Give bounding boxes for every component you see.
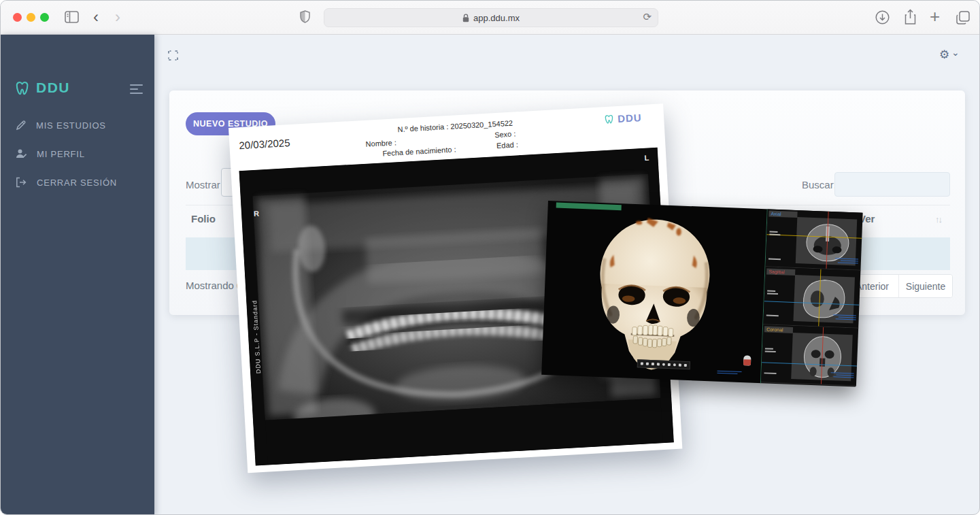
app-logo-text: DDU <box>36 80 70 96</box>
back-button[interactable]: ‹ <box>93 8 99 26</box>
showing-entries-text: Mostrando 0 <box>186 280 242 291</box>
app-logo[interactable]: DDU <box>14 80 70 96</box>
new-tab-button[interactable]: + <box>930 6 940 27</box>
sidebar-item-label: CERRAR SESIÓN <box>37 178 117 188</box>
browser-window: ‹ › app.ddu.mx ⟳ + <box>0 0 980 515</box>
sidebar-item-cerrar-sesion[interactable]: CERRAR SESIÓN <box>1 169 154 196</box>
reload-button[interactable]: ⟳ <box>643 11 652 23</box>
report-age-label: Edad : <box>496 140 518 150</box>
close-window-button[interactable] <box>13 13 22 22</box>
right-marker: R <box>254 210 260 218</box>
sagittal-slice-label: Sagittal <box>768 269 785 275</box>
report-brand-text: DDU <box>618 112 642 124</box>
url-text: app.ddu.mx <box>473 13 520 23</box>
slice-panel-column: Axial Sagittal <box>760 209 862 386</box>
coronal-slice-panel[interactable]: Coronal <box>761 325 858 386</box>
lock-icon <box>462 14 469 22</box>
axial-slice-label: Axial <box>771 212 781 217</box>
app-sidebar: DDU MIS ESTUDIOS MI PERFIL CE <box>1 35 154 515</box>
search-label: Buscar: <box>802 179 837 190</box>
pencil-icon <box>16 120 27 131</box>
sidebar-item-mi-perfil[interactable]: MI PERFIL <box>1 140 154 167</box>
coronal-slice-label: Coronal <box>766 327 783 332</box>
axial-slice-panel[interactable]: Axial <box>765 209 862 270</box>
search-input[interactable] <box>834 172 950 197</box>
fullscreen-icon[interactable] <box>168 50 178 61</box>
report-birthdate-label: Fecha de nacimiento : <box>382 145 456 157</box>
minimize-window-button[interactable] <box>27 13 35 22</box>
privacy-shield-icon[interactable] <box>300 10 310 23</box>
tooth-icon <box>604 114 615 124</box>
report-date: 20/03/2025 <box>239 137 290 151</box>
browser-toolbar: ‹ › app.ddu.mx ⟳ + <box>1 1 980 35</box>
address-bar[interactable]: app.ddu.mx ⟳ <box>324 8 658 27</box>
sidebar-item-label: MIS ESTUDIOS <box>36 120 106 131</box>
tooth-icon <box>14 80 31 96</box>
settings-chevron-icon[interactable]: ⌄ <box>951 47 960 58</box>
entries-label: Mostrar <box>186 179 220 190</box>
sidebar-item-label: MI PERFIL <box>37 149 85 159</box>
report-name-label: Nombre : <box>365 138 396 148</box>
skull-3d-render <box>581 213 727 376</box>
pagination: Anterior Siguiente <box>845 274 953 298</box>
share-button[interactable] <box>904 9 917 25</box>
logout-icon <box>16 177 27 188</box>
forward-button[interactable]: › <box>115 8 120 26</box>
downloads-button[interactable] <box>875 10 890 24</box>
left-marker: L <box>644 154 649 162</box>
report-brand-logo: DDU <box>604 112 642 125</box>
tab-overview-button[interactable] <box>956 10 970 25</box>
sagittal-slice-panel[interactable]: Sagittal <box>763 267 860 328</box>
menu-collapse-icon[interactable] <box>130 84 143 94</box>
sidebar-item-mis-estudios[interactable]: MIS ESTUDIOS <box>1 112 154 139</box>
report-sex-label: Sexo : <box>494 129 516 139</box>
orientation-head-icon <box>743 355 751 365</box>
sidebar-toggle-icon[interactable] <box>65 11 79 23</box>
sort-icon[interactable]: ↑↓ <box>935 214 941 225</box>
cbct-3d-viewer-preview: Axial Sagittal <box>541 201 862 387</box>
next-page-button[interactable]: Siguiente <box>899 275 952 297</box>
zoom-window-button[interactable] <box>40 13 49 22</box>
user-edit-icon <box>16 148 27 159</box>
viewer-title-strip <box>556 202 622 210</box>
column-header-folio[interactable]: Folio <box>191 213 216 225</box>
settings-gear-icon[interactable]: ⚙ <box>939 48 949 62</box>
